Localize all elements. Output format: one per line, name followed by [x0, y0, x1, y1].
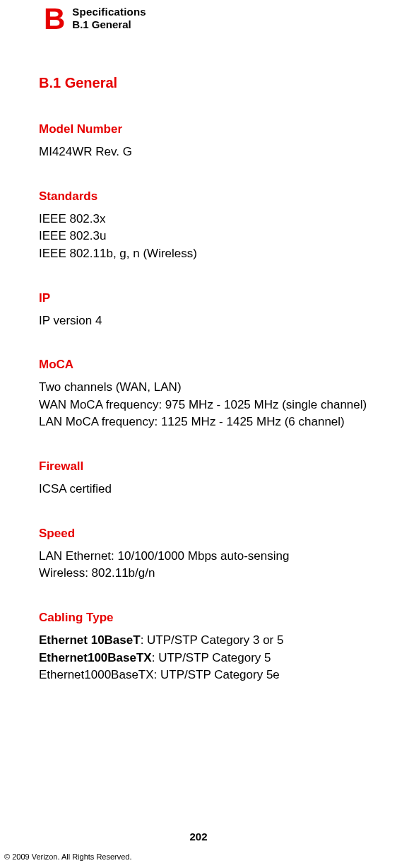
heading-ip: IP — [39, 291, 390, 305]
heading-cabling: Cabling Type — [39, 611, 390, 625]
body-moca: Two channels (WAN, LAN) WAN MoCA frequen… — [39, 379, 390, 431]
moca-line: WAN MoCA frequency: 975 MHz - 1025 MHz (… — [39, 397, 390, 414]
content: B.1 General Model Number MI424WR Rev. G … — [0, 34, 397, 684]
section-model-number: Model Number MI424WR Rev. G — [39, 122, 390, 161]
standards-line: IEEE 802.3u — [39, 228, 390, 245]
body-standards: IEEE 802.3x IEEE 802.3u IEEE 802.11b, g,… — [39, 211, 390, 263]
header-title: Specifications — [72, 6, 146, 18]
body-ip: IP version 4 — [39, 312, 390, 330]
header-text-block: Specifications B.1 General — [72, 4, 146, 30]
appendix-letter: B — [44, 4, 65, 34]
cabling-bold: Ethernet 10BaseT — [39, 633, 141, 647]
moca-line: Two channels (WAN, LAN) — [39, 379, 390, 397]
cabling-rest: : UTP/STP Category 5 — [152, 651, 271, 664]
heading-moca: MoCA — [39, 358, 390, 372]
section-speed: Speed LAN Ethernet: 10/100/1000 Mbps aut… — [39, 527, 390, 582]
section-firewall: Firewall ICSA certified — [39, 459, 390, 498]
cabling-rest: Ethernet1000BaseTX: UTP/STP Category 5e — [39, 668, 280, 681]
standards-line: IEEE 802.11b, g, n (Wireless) — [39, 245, 390, 263]
body-firewall: ICSA certified — [39, 481, 390, 498]
copyright-footer: © 2009 Verizon. All Rights Reserved. — [4, 852, 132, 861]
header-subtitle: B.1 General — [72, 18, 146, 30]
heading-model-number: Model Number — [39, 122, 390, 136]
cabling-line: Ethernet1000BaseTX: UTP/STP Category 5e — [39, 667, 390, 684]
heading-standards: Standards — [39, 189, 390, 204]
section-ip: IP IP version 4 — [39, 291, 390, 330]
body-cabling: Ethernet 10BaseT: UTP/STP Category 3 or … — [39, 632, 390, 684]
page-header: B Specifications B.1 General — [0, 0, 397, 34]
body-speed: LAN Ethernet: 10/100/1000 Mbps auto-sens… — [39, 548, 390, 582]
body-model-number: MI424WR Rev. G — [39, 143, 390, 161]
moca-line: LAN MoCA frequency: 1125 MHz - 1425 MHz … — [39, 414, 390, 431]
section-standards: Standards IEEE 802.3x IEEE 802.3u IEEE 8… — [39, 189, 390, 263]
speed-line: LAN Ethernet: 10/100/1000 Mbps auto-sens… — [39, 548, 390, 565]
cabling-bold: Ethernet100BaseTX — [39, 651, 152, 664]
heading-firewall: Firewall — [39, 459, 390, 474]
section-cabling: Cabling Type Ethernet 10BaseT: UTP/STP C… — [39, 611, 390, 684]
section-moca: MoCA Two channels (WAN, LAN) WAN MoCA fr… — [39, 358, 390, 431]
speed-line: Wireless: 802.11b/g/n — [39, 565, 390, 582]
heading-speed: Speed — [39, 527, 390, 541]
section-title: B.1 General — [39, 75, 390, 91]
standards-line: IEEE 802.3x — [39, 211, 390, 228]
cabling-line: Ethernet 10BaseT: UTP/STP Category 3 or … — [39, 632, 390, 650]
cabling-rest: : UTP/STP Category 3 or 5 — [141, 633, 284, 647]
cabling-line: Ethernet100BaseTX: UTP/STP Category 5 — [39, 650, 390, 667]
page-number: 202 — [0, 831, 397, 843]
